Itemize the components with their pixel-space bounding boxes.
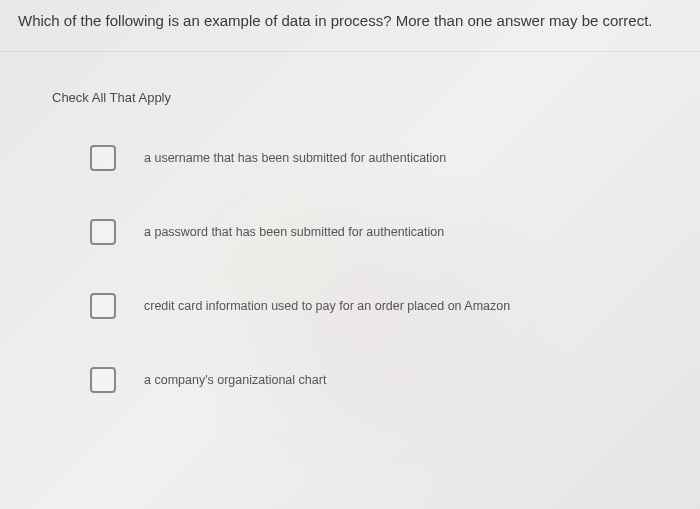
option-label: a company's organizational chart <box>144 372 326 388</box>
option-label: credit card information used to pay for … <box>144 298 510 314</box>
options-container: a username that has been submitted for a… <box>0 105 700 393</box>
checkbox-option-4[interactable] <box>90 367 116 393</box>
question-text: Which of the following is an example of … <box>0 0 700 52</box>
option-row: credit card information used to pay for … <box>0 293 700 319</box>
option-label: a password that has been submitted for a… <box>144 224 444 240</box>
option-row: a company's organizational chart <box>0 367 700 393</box>
checkbox-option-1[interactable] <box>90 145 116 171</box>
option-row: a username that has been submitted for a… <box>0 145 700 171</box>
instruction-text: Check All That Apply <box>0 52 700 105</box>
checkbox-option-3[interactable] <box>90 293 116 319</box>
option-label: a username that has been submitted for a… <box>144 150 446 166</box>
checkbox-option-2[interactable] <box>90 219 116 245</box>
option-row: a password that has been submitted for a… <box>0 219 700 245</box>
